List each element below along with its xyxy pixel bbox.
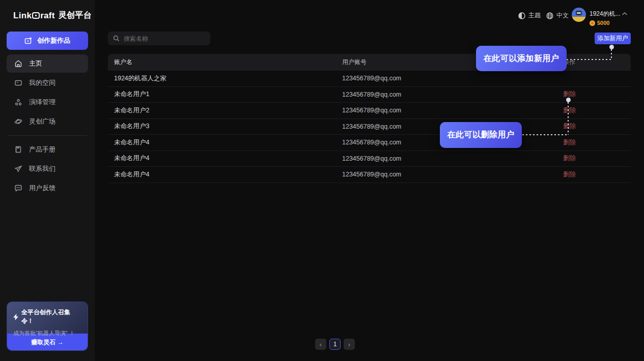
connector-line-add-horizontal <box>567 59 612 60</box>
table-row: 未命名用户2 123456789@qq.com 删除 <box>108 103 631 119</box>
theme-contrast-icon <box>518 12 525 19</box>
user-table: 账户名 用户账号 操作 1924的机器人之家 123456789@qq.com … <box>108 54 631 183</box>
connector-dot-delete <box>566 98 571 102</box>
sidebar-item-label: 产品手册 <box>29 145 55 154</box>
sidebar-item-label: 主页 <box>29 59 42 68</box>
delete-link[interactable]: 删除 <box>563 91 576 98</box>
delete-link[interactable]: 删除 <box>563 107 576 114</box>
cell-user-account: 123456789@qq.com <box>342 107 563 114</box>
cell-account-name: 未命名用户4 <box>108 138 342 147</box>
table-row: 未命名用户1 123456789@qq.com 删除 <box>108 87 631 103</box>
pagination: ‹ 1 › <box>315 339 355 350</box>
sidebar-item-performance-management[interactable]: 演绎管理 <box>7 93 88 111</box>
table-row: 未命名用户3 123456789@qq.com 删除 <box>108 119 631 135</box>
cell-actions: 删除 <box>563 122 631 131</box>
sidebar-item-label: 联系我们 <box>29 164 55 173</box>
cell-account-name: 未命名用户2 <box>108 106 342 115</box>
cell-account-name: 未命名用户4 <box>108 170 342 179</box>
planet-icon <box>14 117 22 126</box>
sidebar-item-label: 用户反馈 <box>29 184 55 193</box>
table-row: 1924的机器人之家 123456789@qq.com <box>108 71 631 87</box>
search-input[interactable] <box>124 35 205 42</box>
theme-label: 主题 <box>528 11 541 20</box>
sidebar-item-label: 演绎管理 <box>29 98 55 107</box>
sidebar-item-label: 灵创广场 <box>29 117 55 126</box>
video-plus-icon <box>24 37 33 45</box>
sidebar-item-product-manual[interactable]: 产品手册 <box>7 140 88 159</box>
cell-account-name: 未命名用户1 <box>108 90 342 99</box>
delete-link[interactable]: 删除 <box>563 123 576 130</box>
app-logo: Linkraft 灵创平台 <box>13 10 92 21</box>
coin-balance: 5000 <box>597 20 609 26</box>
cell-user-account: 123456789@qq.com <box>342 75 563 82</box>
cell-account-name: 未命名用户3 <box>108 122 342 131</box>
sidebar-item-user-feedback[interactable]: 用户反馈 <box>7 179 88 197</box>
table-row: 未命名用户4 123456789@qq.com 删除 <box>108 135 631 151</box>
sidebar-nav: 主页 我的空间 演绎管 <box>7 54 88 198</box>
cell-actions: 删除 <box>563 106 631 115</box>
pagination-prev-button[interactable]: ‹ <box>315 339 326 350</box>
user-info[interactable]: 1924的机... 5000 <box>590 10 621 26</box>
cell-user-account: 123456789@qq.com <box>342 171 563 178</box>
chevron-up-icon[interactable] <box>622 12 628 16</box>
search-bar <box>108 32 210 45</box>
add-user-button[interactable]: 添加新用户 <box>595 33 631 44</box>
pagination-page-1[interactable]: 1 <box>329 339 341 350</box>
cell-user-account: 123456789@qq.com <box>342 91 563 98</box>
cell-user-account: 123456789@qq.com <box>342 155 563 162</box>
table-row: 未命名用户4 123456789@qq.com 删除 <box>108 151 631 167</box>
home-icon <box>14 59 22 68</box>
lightning-icon <box>13 314 19 320</box>
cell-actions: 删除 <box>563 138 631 147</box>
username: 1924的机... <box>590 10 621 18</box>
cell-actions: 删除 <box>563 90 631 99</box>
promo-title: 全平台创作人召集令！ <box>21 308 81 325</box>
folder-window-icon <box>14 79 22 87</box>
connector-line-delete-horizontal <box>522 134 569 135</box>
create-button-label: 创作新作品 <box>37 36 70 45</box>
sidebar-item-home[interactable]: 主页 <box>7 54 88 73</box>
paper-plane-icon <box>14 165 22 173</box>
language-label: 中文 <box>556 11 569 20</box>
coin-icon <box>590 20 595 26</box>
triangle-nodes-icon <box>14 98 22 106</box>
sidebar-item-plaza[interactable]: 灵创广场 <box>7 112 88 131</box>
sidebar-item-my-space[interactable]: 我的空间 <box>7 74 88 92</box>
logo-product-name: 灵创平台 <box>59 10 92 21</box>
cell-actions: 删除 <box>563 154 631 163</box>
pagination-next-button[interactable]: › <box>344 339 355 350</box>
search-icon <box>113 35 120 42</box>
promo-subtitle: 成为首批"机器人导演" ！ <box>13 329 81 337</box>
theme-toggle[interactable]: 主题 <box>518 11 541 20</box>
cell-actions: 删除 <box>563 170 631 179</box>
cell-account-name: 未命名用户4 <box>108 154 342 163</box>
logo-screen-icon <box>32 12 40 19</box>
book-icon <box>14 145 22 154</box>
tooltip-delete-user: 在此可以删除用户 <box>440 122 522 148</box>
delete-link[interactable]: 删除 <box>563 171 576 178</box>
delete-link[interactable]: 删除 <box>563 155 576 162</box>
connector-dot-add <box>609 45 614 49</box>
language-switcher[interactable]: 中文 <box>546 11 569 20</box>
chat-bubble-icon <box>14 184 22 192</box>
table-row: 未命名用户4 123456789@qq.com 删除 <box>108 167 631 183</box>
sidebar-item-contact-us[interactable]: 联系我们 <box>7 160 88 178</box>
globe-icon <box>546 12 553 19</box>
logo-text-suffix: raft <box>40 11 55 21</box>
connector-line-delete-vertical <box>568 102 569 135</box>
tooltip-add-user: 在此可以添加新用户 <box>476 46 567 71</box>
user-avatar[interactable] <box>572 8 586 22</box>
create-new-work-button[interactable]: 创作新作品 <box>7 32 88 50</box>
column-account-name: 账户名 <box>108 58 342 67</box>
promo-card: 全平台创作人召集令！ 成为首批"机器人导演" ！ 赚取灵石 → <box>7 302 88 351</box>
app-window: Linkraft 灵创平台 创作新作品 <box>0 0 644 361</box>
sidebar-item-label: 我的空间 <box>29 78 55 87</box>
logo-text-prefix: Link <box>13 11 32 21</box>
delete-link[interactable]: 删除 <box>563 139 576 146</box>
cell-account-name: 1924的机器人之家 <box>108 74 342 83</box>
connector-line-add-vertical <box>611 49 612 59</box>
sidebar: Linkraft 灵创平台 创作新作品 <box>0 0 95 361</box>
sidebar-divider <box>8 135 87 136</box>
promo-card-body: 全平台创作人召集令！ 成为首批"机器人导演" ！ <box>7 302 88 334</box>
